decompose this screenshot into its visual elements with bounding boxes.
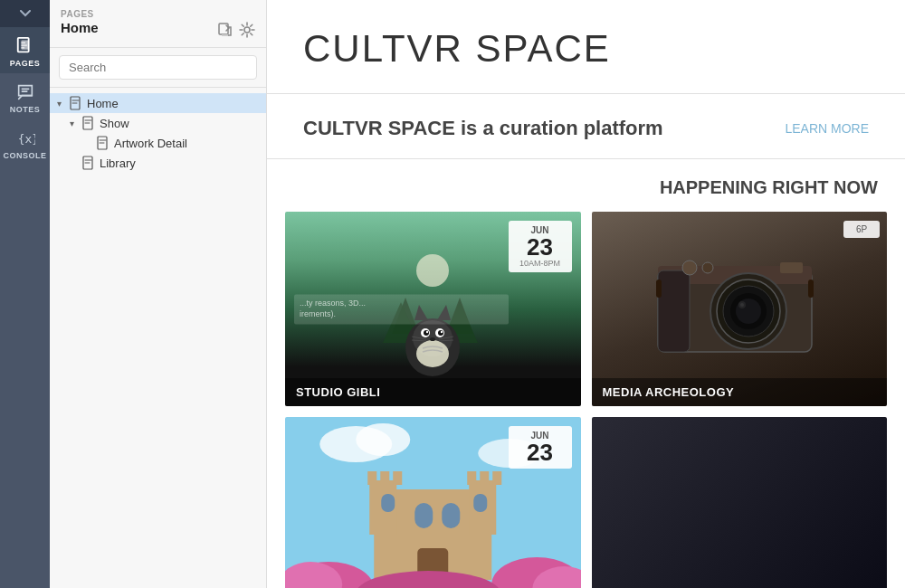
hero-title-bar: CULTVR SPACE	[267, 0, 905, 94]
svg-rect-51	[467, 471, 476, 485]
pages-header-actions	[217, 9, 255, 42]
svg-point-19	[424, 330, 429, 336]
export-button[interactable]	[217, 22, 233, 42]
overlay-text: ...ty reasons, 3D...irements).	[294, 294, 509, 324]
page-icon-home	[70, 96, 82, 110]
svg-rect-39	[656, 280, 662, 298]
svg-rect-55	[473, 494, 487, 512]
tree-item-home[interactable]: ▾ Home	[50, 93, 266, 113]
card-label-camera: MEDIA ARCHEOLOGY	[592, 378, 888, 406]
svg-point-4	[244, 27, 250, 33]
hero-subtitle: CULTVR SPACE is a curation platform	[303, 117, 663, 140]
happening-section: HAPPENING RIGHT NOW	[267, 159, 905, 588]
svg-rect-53	[492, 471, 501, 485]
card-label-gibli: STUDIO GIBLI	[285, 378, 581, 406]
tree-item-show[interactable]: ▾ Show	[50, 113, 266, 133]
icon-sidebar: PAGES NOTES {x} CONSOLE	[0, 0, 50, 588]
hero-subtitle-section: CULTVR SPACE is a curation platform LEAR…	[267, 94, 905, 159]
svg-rect-28	[658, 270, 690, 352]
card-media-archeology[interactable]: 6P MEDIA ARCHEOLOGY	[592, 212, 888, 406]
pages-title: Home	[61, 20, 99, 35]
pages-label: PAGES	[10, 59, 40, 68]
svg-rect-54	[381, 494, 395, 512]
tree-item-library[interactable]: Library	[50, 153, 266, 173]
svg-point-35	[740, 303, 744, 307]
card-castle[interactable]: JUN 23	[285, 417, 581, 588]
svg-point-23	[430, 337, 435, 341]
svg-rect-40	[808, 280, 814, 298]
svg-point-43	[356, 423, 410, 456]
search-container	[50, 48, 266, 88]
svg-point-9	[416, 254, 449, 287]
svg-rect-57	[442, 503, 460, 528]
svg-point-21	[426, 331, 428, 333]
date-time-gibli: 10AM-8PM	[518, 259, 563, 268]
svg-rect-56	[414, 503, 433, 528]
learn-more-link[interactable]: LEARN MORE	[785, 121, 869, 136]
svg-rect-48	[367, 471, 376, 485]
page-icon-artwork-detail	[97, 136, 110, 150]
svg-rect-38	[780, 262, 803, 273]
date-day-castle: 23	[518, 441, 563, 464]
svg-text:{x}: {x}	[17, 132, 34, 146]
svg-point-36	[682, 261, 697, 275]
card-date-badge-castle: JUN 23	[509, 426, 572, 469]
tree-label-library: Library	[100, 156, 136, 170]
cards-grid: ...ty reasons, 3D...irements). JUN 23 10…	[285, 212, 887, 588]
notes-icon	[15, 82, 35, 102]
search-input[interactable]	[59, 55, 257, 80]
arrow-home: ▾	[57, 99, 70, 109]
hero-title: CULTVR SPACE	[303, 27, 869, 71]
camera-illustration	[640, 230, 839, 375]
notes-label: NOTES	[10, 105, 41, 114]
tree-item-artwork-detail[interactable]: Artwork Detail	[50, 133, 266, 153]
pages-header: PAGES Home	[50, 0, 266, 48]
console-icon: {x}	[15, 128, 35, 148]
pages-header-left: PAGES Home	[61, 9, 99, 35]
svg-rect-50	[393, 471, 402, 485]
page-tree: ▾ Home ▾ Show Artwork Detail	[50, 88, 266, 588]
svg-point-22	[441, 331, 443, 333]
sidebar-item-notes[interactable]: NOTES	[0, 73, 50, 119]
svg-point-20	[438, 330, 443, 336]
sidebar-item-pages[interactable]: PAGES	[0, 27, 50, 73]
svg-rect-52	[480, 471, 489, 485]
date-day-gibli: 23	[518, 235, 563, 259]
card-dark[interactable]	[592, 417, 888, 588]
tree-label-artwork-detail: Artwork Detail	[114, 137, 187, 150]
sidebar-item-console[interactable]: {x} CONSOLE	[0, 119, 50, 166]
main-content: CULTVR SPACE CULTVR SPACE is a curation …	[267, 0, 905, 588]
svg-point-37	[702, 262, 713, 273]
svg-rect-49	[380, 471, 389, 485]
happening-title: HAPPENING RIGHT NOW	[285, 177, 887, 198]
dark-bg	[592, 417, 888, 588]
console-label: CONSOLE	[3, 151, 46, 160]
tree-label-home: Home	[87, 97, 119, 110]
card-studio-gibli[interactable]: ...ty reasons, 3D...irements). JUN 23 10…	[285, 212, 581, 406]
sidebar-collapse-button[interactable]	[0, 0, 50, 27]
card-date-partial-camera: 6P	[843, 221, 880, 238]
arrow-show: ▾	[70, 119, 82, 128]
wrench-icon	[239, 22, 255, 38]
settings-button[interactable]	[239, 22, 255, 42]
pages-icon	[15, 36, 35, 56]
page-icon-show	[82, 116, 95, 130]
export-icon	[217, 22, 233, 38]
tree-label-show: Show	[100, 117, 129, 130]
pages-section-label: PAGES	[61, 9, 99, 19]
svg-point-16	[416, 340, 449, 367]
card-date-badge-gibli: JUN 23 10AM-8PM	[509, 221, 572, 272]
pages-panel: PAGES Home	[50, 0, 267, 588]
page-icon-library	[82, 156, 95, 170]
